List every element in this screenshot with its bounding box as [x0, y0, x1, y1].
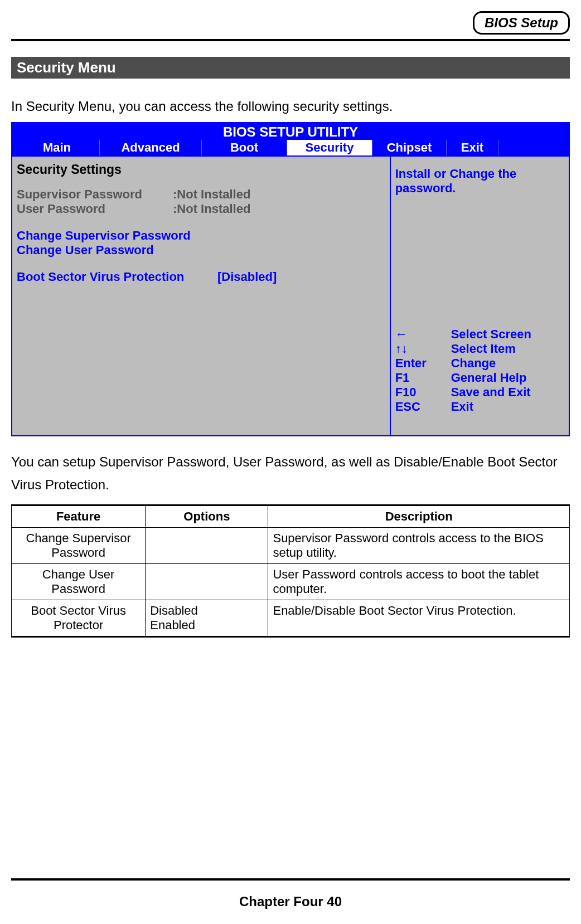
supervisor-password-row: Supervisor Password :Not Installed — [17, 187, 385, 202]
bios-left-pane: Security Settings Supervisor Password :N… — [12, 157, 391, 435]
cell-options — [146, 563, 268, 600]
bios-utility-panel: BIOS SETUP UTILITY Main Advanced Boot Se… — [11, 122, 570, 436]
supervisor-password-value: :Not Installed — [173, 187, 250, 202]
key-f10: F10 — [395, 385, 451, 400]
table-row: Boot Sector Virus Protector Disabled Ena… — [12, 600, 570, 636]
boot-sector-value: [Disabled] — [217, 270, 277, 284]
key-action-save-exit: Save and Exit — [451, 385, 531, 400]
bios-tab-bar: Main Advanced Boot Security Chipset Exit — [12, 140, 569, 157]
tab-advanced[interactable]: Advanced — [100, 140, 202, 155]
key-f1: F1 — [395, 371, 451, 385]
key-action-exit: Exit — [451, 400, 473, 414]
key-action-select-screen: Select Screen — [451, 327, 531, 342]
change-user-password-item[interactable]: Change User Password — [17, 243, 385, 257]
tab-main[interactable]: Main — [14, 140, 100, 155]
bios-key-hints: ←Select Screen ↑↓Select Item EnterChange… — [395, 327, 564, 414]
key-action-general-help: General Help — [451, 371, 527, 385]
change-supervisor-password-item[interactable]: Change Supervisor Password — [17, 228, 385, 243]
cell-description: Enable/Disable Boot Sector Virus Protect… — [268, 600, 570, 636]
cell-feature: Change User Password — [12, 563, 146, 600]
th-description: Description — [268, 505, 570, 527]
tab-security[interactable]: Security — [287, 140, 372, 155]
boot-sector-label: Boot Sector Virus Protection — [17, 270, 217, 284]
user-password-label: User Password — [17, 202, 173, 216]
tab-chipset[interactable]: Chipset — [372, 140, 447, 155]
below-paragraph: You can setup Supervisor Password, User … — [11, 451, 570, 497]
table-row: Change User Password User Password contr… — [12, 563, 570, 600]
tab-boot[interactable]: Boot — [202, 140, 287, 155]
cell-feature: Boot Sector Virus Protector — [12, 600, 146, 636]
top-horizontal-rule — [11, 39, 570, 41]
cell-feature: Change Supervisor Password — [12, 527, 146, 563]
key-esc: ESC — [395, 400, 451, 414]
section-title: Security Menu — [11, 57, 570, 79]
supervisor-password-label: Supervisor Password — [17, 187, 173, 202]
page-footer: Chapter Four 40 — [11, 894, 570, 910]
cell-options — [146, 527, 268, 563]
cell-options: Disabled Enabled — [146, 600, 268, 636]
bios-title: BIOS SETUP UTILITY — [12, 123, 569, 140]
key-enter: Enter — [395, 356, 451, 371]
cell-description: Supervisor Password controls access to t… — [268, 527, 570, 563]
th-feature: Feature — [12, 505, 146, 527]
feature-table: Feature Options Description Change Super… — [11, 504, 570, 638]
boot-sector-row[interactable]: Boot Sector Virus Protection [Disabled] — [17, 270, 385, 284]
page-tag-bios-setup: BIOS Setup — [473, 11, 570, 35]
table-row: Change Supervisor Password Supervisor Pa… — [12, 527, 570, 563]
intro-paragraph: In Security Menu, you can access the fol… — [11, 99, 570, 114]
user-password-row: User Password :Not Installed — [17, 202, 385, 216]
tab-exit[interactable]: Exit — [447, 140, 498, 155]
footer-horizontal-rule — [11, 878, 570, 881]
bios-right-pane: Install or Change the password. ←Select … — [391, 157, 569, 435]
key-action-select-item: Select Item — [451, 342, 516, 356]
th-options: Options — [146, 505, 268, 527]
key-up-down-arrows: ↑↓ — [395, 342, 451, 356]
key-action-change: Change — [451, 356, 496, 371]
bios-help-text: Install or Change the password. — [395, 167, 564, 196]
user-password-value: :Not Installed — [173, 202, 250, 216]
cell-description: User Password controls access to boot th… — [268, 563, 570, 600]
security-settings-heading: Security Settings — [17, 159, 385, 187]
key-left-arrow: ← — [395, 327, 451, 342]
